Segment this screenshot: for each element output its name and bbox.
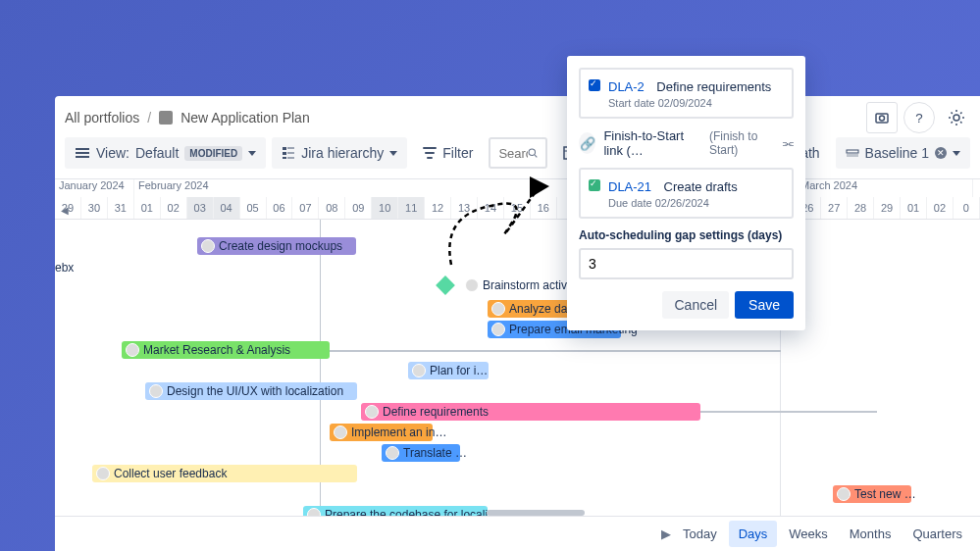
breadcrumb-plan[interactable]: New Application Plan (181, 110, 310, 125)
task-label: Implement an in… (351, 426, 446, 439)
view-dropdown[interactable]: View: Default MODIFIED (65, 137, 266, 169)
task-type-icon (589, 179, 600, 191)
avatar (334, 426, 347, 439)
truncated-label: ebx (55, 261, 74, 275)
hierarchy-icon (282, 146, 295, 160)
task-label: Collect user feedback (114, 467, 227, 480)
task-label: Test new … (854, 487, 916, 501)
unlink-icon[interactable]: ⫘ (781, 136, 794, 151)
link-type-row: 🔗 Finish-to-Start link (… (Finish to Sta… (579, 128, 794, 158)
view-label: View: (96, 145, 129, 161)
task-meta: Due date 02/26/2024 (608, 197, 784, 209)
search-input[interactable] (498, 146, 528, 161)
scale-quarters[interactable]: Quarters (903, 521, 972, 547)
avatar (837, 487, 851, 501)
scale-days[interactable]: Days (729, 521, 778, 547)
avatar (126, 343, 139, 357)
task-label: Create design mockups (219, 239, 342, 253)
baseline-label: Baseline 1 (865, 145, 929, 161)
avatar (365, 405, 379, 419)
task-bar[interactable]: Translate … (382, 444, 460, 462)
task-meta: Start date 02/09/2024 (608, 97, 784, 109)
breadcrumb-portfolios[interactable]: All portfolios (65, 110, 139, 125)
clear-baseline-icon[interactable]: ✕ (935, 147, 947, 159)
baseline-dropdown[interactable]: Baseline 1 ✕ (836, 137, 970, 169)
task-bar[interactable]: Create design mockups (197, 237, 356, 255)
link-icon: 🔗 (579, 132, 595, 154)
avatar (491, 302, 505, 316)
avatar (386, 446, 399, 460)
scale-months[interactable]: Months (840, 521, 902, 547)
task-bar[interactable]: Design the UI/UX with localization (145, 382, 357, 400)
view-value: Default (135, 145, 179, 161)
gap-settings-label: Auto-scheduling gap settings (days) (579, 228, 794, 242)
gantt-area[interactable]: ebx Create design mockups Brainstorm act… (55, 220, 980, 551)
link-type-label: (Finish to Start) (709, 129, 773, 157)
chevron-down-icon (953, 151, 960, 156)
scale-weeks[interactable]: Weeks (779, 521, 838, 547)
task-key[interactable]: DLA-21 (608, 179, 651, 194)
avatar (491, 323, 505, 336)
filter-button[interactable]: Filter (413, 137, 483, 169)
task-bar[interactable]: Implement an in… (330, 424, 433, 441)
month-jan: January 2024 (55, 179, 134, 197)
task-bar[interactable]: Plan for i… (408, 362, 489, 379)
month-mar: March 2024 (797, 179, 973, 197)
task-key[interactable]: DLA-2 (608, 79, 645, 94)
dependency-popup: DLA-2 Define requirements Start date 02/… (567, 56, 805, 330)
svg-rect-3 (283, 147, 286, 150)
svg-rect-5 (283, 157, 286, 159)
cancel-button[interactable]: Cancel (662, 291, 729, 319)
search-icon (528, 146, 538, 160)
save-button[interactable]: Save (735, 291, 794, 319)
chevron-down-icon (248, 151, 256, 156)
task-label: Plan for i… (430, 364, 488, 377)
task-title: Define requirements (656, 79, 771, 94)
help-button[interactable]: ? (903, 102, 935, 133)
task-label: Translate … (403, 446, 467, 460)
screenshot-button[interactable] (866, 102, 898, 133)
milestone-diamond[interactable] (436, 276, 455, 295)
baseline-icon (846, 146, 859, 160)
breadcrumb: All portfolios / New Application Plan (55, 96, 980, 133)
toolbar: View: Default MODIFIED Jira hierarchy Fi… (55, 133, 980, 179)
avatar (412, 364, 426, 377)
task-label: Design the UI/UX with localization (167, 384, 343, 398)
gap-days-input[interactable] (579, 248, 794, 279)
filter-icon (423, 147, 437, 159)
avatar (201, 239, 215, 253)
task-label: Market Research & Analysis (143, 343, 290, 357)
task-type-icon (589, 79, 600, 91)
progress-line (330, 350, 781, 352)
task-title: Create drafts (664, 179, 738, 194)
task-bar[interactable]: Collect user feedback (92, 465, 357, 482)
avatar (96, 467, 110, 480)
filter-label: Filter (442, 145, 473, 161)
svg-rect-4 (283, 152, 286, 155)
timescale-bar: ▶ Today Days Weeks Months Quarters (55, 516, 980, 551)
task-bar[interactable]: Test new … (833, 485, 911, 503)
target-task-card[interactable]: DLA-21 Create drafts Due date 02/26/2024 (579, 168, 794, 219)
avatar (465, 278, 479, 292)
today-button[interactable]: Today (673, 521, 727, 547)
search-input-wrapper[interactable] (489, 137, 547, 169)
hierarchy-label: Jira hierarchy (301, 145, 384, 161)
expand-right-button[interactable]: ▶ (661, 526, 671, 541)
avatar (149, 384, 163, 398)
task-bar[interactable]: Market Research & Analysis (122, 341, 330, 359)
svg-rect-11 (847, 150, 858, 153)
collapse-left-button[interactable]: ◀ (58, 203, 72, 217)
task-bar[interactable]: Define requirements (361, 403, 700, 421)
link-name: Finish-to-Start link (… (603, 128, 701, 158)
chevron-down-icon (389, 151, 397, 156)
hierarchy-dropdown[interactable]: Jira hierarchy (272, 137, 407, 169)
plan-icon (159, 111, 173, 125)
breadcrumb-separator: / (147, 110, 151, 125)
svg-point-2 (954, 115, 959, 121)
task-label: Define requirements (383, 405, 489, 419)
source-task-card[interactable]: DLA-2 Define requirements Start date 02/… (579, 68, 794, 119)
svg-rect-12 (847, 154, 858, 157)
day-row: 29303101020304050607080910111213141516 2… (55, 197, 980, 219)
modified-badge: MODIFIED (184, 146, 242, 161)
settings-button[interactable] (941, 102, 972, 133)
